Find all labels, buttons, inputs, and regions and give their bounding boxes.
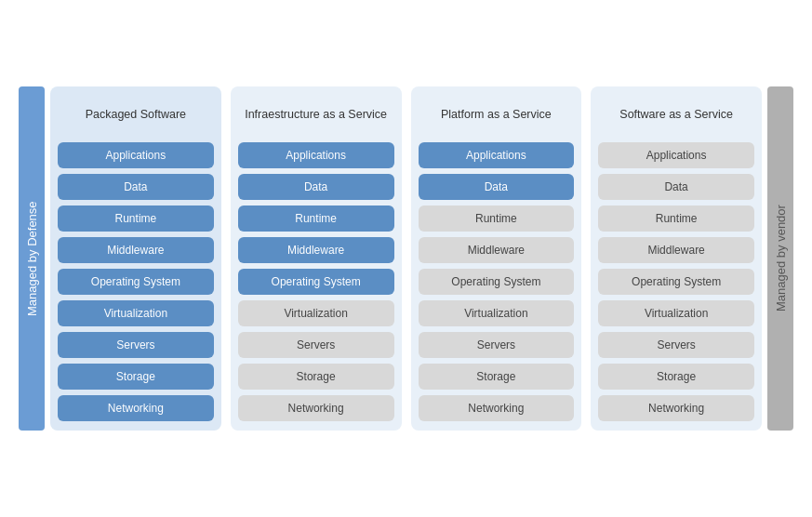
item-iaas-8: Networking	[238, 395, 394, 421]
item-paas-8: Networking	[419, 395, 575, 421]
items-list-iaas: ApplicationsDataRuntimeMiddlewareOperati…	[238, 142, 394, 421]
left-side-label: Managed by Defense	[19, 86, 45, 431]
items-list-saas: ApplicationsDataRuntimeMiddlewareOperati…	[598, 142, 754, 421]
item-packaged-4: Operating System	[58, 269, 214, 295]
item-packaged-6: Servers	[58, 332, 214, 358]
column-header-paas: Platform as a Service	[419, 96, 575, 133]
item-iaas-7: Storage	[238, 364, 394, 390]
item-iaas-6: Servers	[238, 332, 394, 358]
column-header-saas: Software as a Service	[598, 96, 754, 133]
item-saas-2: Runtime	[598, 205, 754, 232]
item-iaas-2: Runtime	[238, 205, 394, 232]
item-iaas-0: Applications	[238, 142, 394, 168]
column-header-packaged: Packaged Software	[58, 96, 214, 133]
item-iaas-4: Operating System	[238, 269, 394, 295]
item-saas-1: Data	[598, 174, 754, 200]
item-iaas-3: Middleware	[238, 237, 394, 263]
item-paas-2: Runtime	[419, 205, 575, 232]
item-paas-5: Virtualization	[419, 300, 575, 326]
column-packaged: Packaged SoftwareApplicationsDataRuntime…	[50, 86, 221, 431]
item-paas-4: Operating System	[419, 269, 575, 295]
item-saas-6: Servers	[598, 332, 754, 358]
column-iaas: Infraestructure as a ServiceApplications…	[231, 86, 402, 431]
item-packaged-2: Runtime	[58, 205, 214, 232]
right-side-label: Managed by vendor	[767, 86, 793, 431]
column-saas: Software as a ServiceApplicationsDataRun…	[591, 86, 762, 431]
item-packaged-3: Middleware	[58, 237, 214, 263]
item-saas-4: Operating System	[598, 269, 754, 295]
item-saas-5: Virtualization	[598, 300, 754, 326]
column-paas: Platform as a ServiceApplicationsDataRun…	[411, 86, 582, 431]
item-saas-8: Networking	[598, 395, 754, 421]
item-saas-0: Applications	[598, 142, 754, 168]
item-paas-0: Applications	[419, 142, 575, 168]
item-packaged-1: Data	[58, 174, 214, 200]
item-paas-7: Storage	[419, 364, 575, 390]
items-list-packaged: ApplicationsDataRuntimeMiddlewareOperati…	[58, 142, 214, 421]
items-list-paas: ApplicationsDataRuntimeMiddlewareOperati…	[419, 142, 575, 421]
item-iaas-1: Data	[238, 174, 394, 200]
item-paas-3: Middleware	[419, 237, 575, 263]
item-packaged-5: Virtualization	[58, 300, 214, 326]
item-packaged-8: Networking	[58, 395, 214, 421]
columns-wrapper: Packaged SoftwareApplicationsDataRuntime…	[50, 86, 762, 431]
column-header-iaas: Infraestructure as a Service	[238, 96, 394, 133]
item-saas-3: Middleware	[598, 237, 754, 263]
item-paas-1: Data	[419, 174, 575, 200]
item-packaged-7: Storage	[58, 364, 214, 390]
item-saas-7: Storage	[598, 364, 754, 390]
item-paas-6: Servers	[419, 332, 575, 358]
diagram-container: Managed by Defense Packaged SoftwareAppl…	[19, 86, 793, 431]
item-packaged-0: Applications	[58, 142, 214, 168]
item-iaas-5: Virtualization	[238, 300, 394, 326]
